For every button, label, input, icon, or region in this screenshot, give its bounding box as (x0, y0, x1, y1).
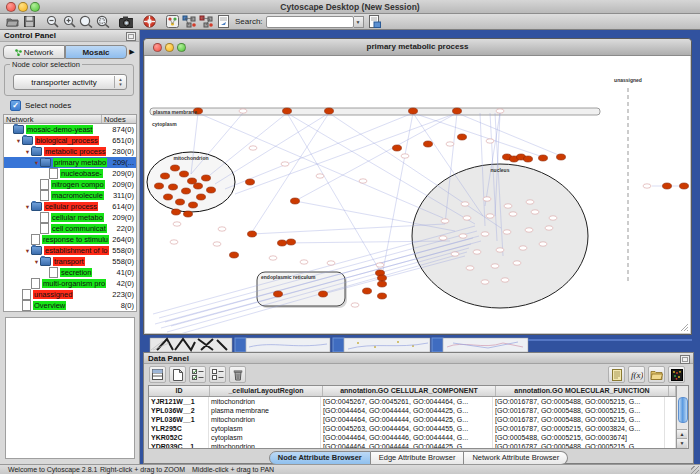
network-node-highlighted[interactable] (287, 239, 296, 245)
tree-item[interactable]: ▼biological_process651(0) (4, 135, 136, 146)
network-node[interactable] (173, 222, 181, 226)
network-node[interactable] (170, 240, 178, 244)
function-builder-icon[interactable]: f(x) (628, 366, 645, 383)
network-node-highlighted[interactable] (230, 252, 239, 258)
tree-item[interactable]: ▼transport558(0) (4, 256, 136, 267)
network-node[interactable] (513, 261, 521, 265)
float-data-panel-icon[interactable] (680, 355, 690, 364)
network-node[interactable] (359, 179, 367, 183)
network-node-highlighted[interactable] (378, 281, 387, 287)
network-node[interactable] (327, 261, 335, 265)
network-canvas[interactable]: plasma membrane cytoplasm mitochondrion … (145, 56, 690, 333)
vizmapper-icon[interactable] (165, 15, 179, 28)
column-header[interactable]: annotation.GO MOLECULAR_FUNCTION (496, 386, 669, 396)
window-resize-grip[interactable] (691, 466, 699, 474)
table-scrollbar[interactable]: ▲ ▼ (676, 386, 688, 448)
table-row[interactable]: YPL036W__2plasma membrane[GO:0044464, GO… (149, 406, 676, 415)
network-node-highlighted[interactable] (182, 188, 191, 194)
frame-resize-grip[interactable] (681, 324, 688, 331)
network-node-highlighted[interactable] (161, 173, 170, 179)
expander-icon[interactable]: ▼ (24, 248, 31, 254)
tab-edge-attribute-browser[interactable]: Edge Attribute Browser (371, 451, 465, 465)
expander-icon[interactable]: ▼ (24, 204, 31, 210)
network-node[interactable] (531, 210, 539, 214)
network-node[interactable] (316, 174, 324, 178)
network-node-highlighted[interactable] (171, 165, 180, 171)
network-view-icon[interactable] (199, 15, 213, 28)
network-node-highlighted[interactable] (393, 145, 402, 151)
network-node-highlighted[interactable] (155, 183, 164, 189)
column-header[interactable]: annotation.GO CELLULAR_COMPONENT (323, 386, 496, 396)
float-panel-icon[interactable] (126, 32, 136, 41)
table-row[interactable]: YJR121W__1mitochondrion[GO:0045267, GO:0… (149, 397, 676, 406)
import-icon[interactable] (648, 366, 665, 383)
network-node-highlighted[interactable] (680, 183, 689, 189)
tree-item[interactable]: Overview8(0) (4, 300, 136, 311)
expander-icon[interactable]: ▼ (33, 259, 40, 265)
network-node[interactable] (504, 204, 512, 208)
network-node[interactable] (451, 252, 459, 256)
network-node[interactable] (269, 256, 277, 260)
network-node-highlighted[interactable] (524, 156, 533, 162)
network-node-highlighted[interactable] (557, 154, 566, 160)
network-node[interactable] (545, 226, 553, 230)
network-node[interactable] (501, 278, 509, 282)
network-node-highlighted[interactable] (458, 134, 467, 140)
tab-node-attribute-browser[interactable]: Node Attribute Browser (269, 451, 371, 465)
zoom-out-icon[interactable] (45, 15, 59, 28)
network-node[interactable] (401, 154, 409, 158)
network-node[interactable] (461, 202, 469, 206)
network-node[interactable] (486, 214, 494, 218)
network-node[interactable] (439, 236, 447, 240)
new-attribute-icon[interactable] (169, 366, 186, 383)
help-icon[interactable] (142, 15, 156, 28)
network-node[interactable] (519, 246, 527, 250)
tabs-overflow-icon[interactable]: ▶ (127, 48, 137, 56)
birds-eye-view[interactable] (5, 317, 135, 459)
network-node[interactable] (496, 248, 504, 252)
tab-mosaic[interactable]: Mosaic (65, 45, 127, 59)
network-node-highlighted[interactable] (194, 183, 203, 189)
zoom-selected-icon[interactable] (96, 15, 110, 28)
network-node[interactable] (351, 303, 359, 307)
zoom-in-icon[interactable] (62, 15, 76, 28)
network-node-highlighted[interactable] (176, 199, 185, 205)
scroll-down-icon[interactable]: ▼ (677, 438, 687, 448)
save-icon[interactable] (22, 15, 36, 28)
network-node[interactable] (643, 184, 651, 188)
search-dropdown-icon[interactable]: ▼ (354, 16, 364, 28)
tree-item[interactable]: macromolecule311(0) (4, 190, 136, 201)
network-node[interactable] (486, 139, 494, 143)
network-node[interactable] (249, 146, 257, 150)
tree-item[interactable]: ▼metabolic process280(0) (4, 146, 136, 157)
network-node[interactable] (491, 264, 499, 268)
network-node-highlighted[interactable] (274, 291, 283, 297)
network-overview-icon[interactable] (182, 15, 196, 28)
scrollbar-thumb[interactable] (678, 397, 688, 423)
open-icon[interactable] (5, 15, 19, 28)
network-node[interactable] (539, 242, 547, 246)
network-node[interactable] (503, 230, 511, 234)
matrix-icon[interactable] (668, 366, 685, 383)
import-attributes-icon[interactable] (368, 15, 382, 28)
network-node-highlighted[interactable] (663, 183, 672, 189)
network-node-highlighted[interactable] (248, 231, 257, 237)
network-node-highlighted[interactable] (453, 108, 462, 114)
node-color-select[interactable]: transporter activity ▲▼ (13, 74, 127, 90)
network-node[interactable] (473, 250, 481, 254)
table-row[interactable]: YPL036W__1mitochondrion[GO:0044464, GO:0… (149, 415, 676, 424)
tree-item[interactable]: ▼establishment of lo558(0) (4, 245, 136, 256)
network-node-highlighted[interactable] (325, 108, 334, 114)
tree-item[interactable]: ▼cellular process614(0) (4, 201, 136, 212)
tab-network-attribute-browser[interactable]: Network Attribute Browser (464, 451, 568, 465)
network-node-highlighted[interactable] (424, 141, 433, 147)
network-node[interactable] (239, 109, 247, 113)
tree-item[interactable]: unassigned223(0) (4, 289, 136, 300)
attribute-table-icon[interactable] (149, 366, 166, 383)
tree-item[interactable]: multi-organism pro42(0) (4, 278, 136, 289)
expander-icon[interactable]: ▼ (24, 149, 31, 155)
network-node[interactable] (525, 228, 533, 232)
network-node-highlighted[interactable] (278, 240, 287, 246)
zoom-fit-icon[interactable] (79, 15, 93, 28)
tree-item[interactable]: mosaic-demo-yeast874(0) (4, 124, 136, 135)
